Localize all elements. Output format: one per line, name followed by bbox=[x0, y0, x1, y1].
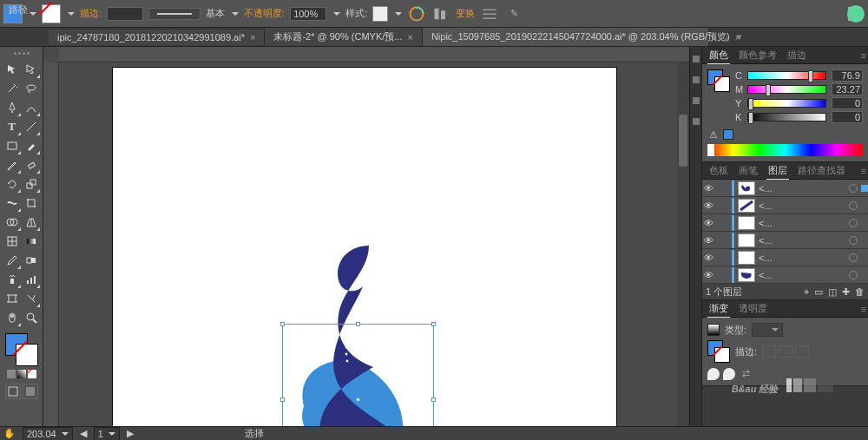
stroke-style-dd-icon[interactable] bbox=[232, 12, 239, 16]
line-tool[interactable] bbox=[23, 118, 40, 135]
graph-tool[interactable] bbox=[23, 271, 40, 288]
color-spectrum[interactable] bbox=[707, 144, 863, 156]
resize-handle[interactable] bbox=[280, 397, 285, 402]
opacity-dd-icon[interactable] bbox=[333, 12, 340, 16]
gradient-color-icon[interactable] bbox=[17, 370, 26, 378]
layer-row[interactable]: 👁 <... bbox=[702, 266, 868, 284]
layer-thumbnail[interactable] bbox=[738, 251, 755, 265]
yellow-value[interactable]: 0 bbox=[832, 97, 863, 109]
visibility-toggle-icon[interactable]: 👁 bbox=[702, 183, 714, 194]
align-icon[interactable] bbox=[431, 4, 450, 23]
layers-tab[interactable]: 图层 bbox=[766, 162, 789, 180]
stroke-dropdown-icon[interactable] bbox=[68, 12, 75, 16]
target-icon[interactable] bbox=[849, 184, 858, 193]
locate-icon[interactable]: ⌖ bbox=[804, 286, 809, 298]
target-icon[interactable] bbox=[849, 201, 858, 210]
visibility-toggle-icon[interactable]: 👁 bbox=[702, 235, 714, 246]
panel-fill-stroke[interactable] bbox=[707, 69, 730, 92]
layer-name[interactable]: <... bbox=[759, 183, 845, 194]
center-handle[interactable] bbox=[356, 397, 360, 402]
zoom-tool[interactable] bbox=[23, 309, 40, 326]
layer-row[interactable]: 👁 <... bbox=[702, 232, 868, 249]
black-value[interactable]: 0 bbox=[832, 111, 863, 123]
new-layer-icon[interactable]: ✚ bbox=[842, 286, 850, 298]
stroke-swatch[interactable] bbox=[42, 4, 61, 23]
layer-row[interactable]: 👁 <... bbox=[702, 180, 868, 197]
tabs-scroll-left-icon[interactable]: ‹ bbox=[709, 31, 721, 43]
black-slider[interactable] bbox=[747, 113, 826, 121]
resize-handle[interactable] bbox=[431, 322, 436, 326]
hand-status-icon[interactable]: ✋ bbox=[3, 428, 16, 439]
type-tool[interactable]: T bbox=[3, 118, 21, 135]
color-guide-tab[interactable]: 颜色参考 bbox=[737, 47, 779, 63]
rectangle-tool[interactable] bbox=[3, 137, 21, 154]
pathfinder-tab[interactable]: 路径查找器 bbox=[796, 162, 847, 179]
resize-handle[interactable] bbox=[431, 397, 436, 402]
panel-menu-icon[interactable]: ≡ bbox=[861, 166, 866, 176]
perspective-tool[interactable] bbox=[23, 213, 40, 231]
gradient-preview[interactable] bbox=[707, 324, 720, 336]
cyan-value[interactable]: 76.9 bbox=[832, 69, 863, 82]
toolbox-drag-handle[interactable] bbox=[9, 52, 35, 57]
layer-row[interactable]: 👁 <... bbox=[702, 249, 868, 266]
cyan-slider[interactable] bbox=[747, 71, 826, 80]
layer-thumbnail[interactable] bbox=[738, 233, 755, 247]
mesh-tool[interactable] bbox=[3, 233, 21, 250]
stroke-color-box[interactable] bbox=[16, 344, 38, 366]
doc-tab-3[interactable]: Nipic_15097685_20190222145047724000.ai* … bbox=[423, 28, 709, 46]
direct-selection-tool[interactable] bbox=[23, 61, 40, 78]
blend-tool[interactable] bbox=[23, 252, 40, 269]
dock-icon[interactable] bbox=[693, 118, 700, 125]
dock-icon[interactable] bbox=[693, 56, 700, 62]
fill-stroke-control[interactable] bbox=[5, 333, 38, 366]
gradient-tab[interactable]: 渐变 bbox=[707, 300, 730, 318]
stroke-weight-input[interactable] bbox=[107, 7, 143, 21]
color-tab[interactable]: 颜色 bbox=[707, 47, 730, 64]
paintbrush-tool[interactable] bbox=[23, 137, 40, 154]
magic-wand-tool[interactable] bbox=[3, 80, 21, 97]
fill-dropdown-icon[interactable] bbox=[30, 12, 36, 16]
make-clip-icon[interactable]: ▭ bbox=[814, 286, 823, 298]
dock-icon[interactable] bbox=[693, 76, 700, 83]
layer-name[interactable]: <... bbox=[759, 270, 845, 280]
recolor-icon[interactable] bbox=[407, 4, 426, 23]
pen-tool[interactable] bbox=[3, 99, 21, 116]
new-sublayer-icon[interactable]: ◫ bbox=[828, 286, 837, 298]
resize-handle[interactable] bbox=[280, 322, 285, 326]
close-icon[interactable]: × bbox=[407, 32, 412, 43]
lasso-tool[interactable] bbox=[23, 80, 40, 97]
artboard-next-icon[interactable]: ▶ bbox=[127, 428, 134, 439]
yellow-slider[interactable] bbox=[747, 99, 826, 108]
target-icon[interactable] bbox=[849, 236, 858, 245]
stroke-along-icon[interactable] bbox=[779, 345, 792, 358]
layer-thumbnail[interactable] bbox=[738, 216, 755, 230]
eraser-tool[interactable] bbox=[23, 156, 40, 174]
tabs-menu-icon[interactable]: ▾ bbox=[733, 31, 746, 43]
layer-row[interactable]: 👁 <... bbox=[702, 214, 868, 232]
vertical-ruler[interactable] bbox=[43, 62, 59, 426]
stroke-tab[interactable]: 描边 bbox=[786, 47, 808, 63]
width-tool[interactable] bbox=[3, 194, 21, 212]
horizontal-ruler[interactable] bbox=[59, 47, 689, 62]
artboard-prev-icon[interactable]: ◀ bbox=[80, 428, 87, 439]
eyedropper-tool[interactable] bbox=[3, 252, 21, 269]
normal-mode-icon[interactable] bbox=[5, 384, 21, 399]
gradient-fill-stroke[interactable] bbox=[707, 340, 730, 363]
transform-label[interactable]: 变换 bbox=[456, 7, 475, 20]
artboard[interactable] bbox=[113, 68, 616, 426]
gradient-stop-1[interactable] bbox=[707, 368, 720, 380]
none-color-icon[interactable] bbox=[28, 370, 36, 378]
pencil-tool[interactable] bbox=[3, 156, 21, 174]
out-of-gamut-icon[interactable]: ⚠ bbox=[707, 128, 720, 141]
visibility-toggle-icon[interactable]: 👁 bbox=[702, 218, 714, 228]
selection-tool[interactable] bbox=[3, 61, 21, 78]
visibility-toggle-icon[interactable]: 👁 bbox=[702, 200, 714, 211]
user-avatar[interactable] bbox=[847, 5, 865, 23]
target-icon[interactable] bbox=[849, 219, 858, 227]
magenta-value[interactable]: 23.27 bbox=[832, 83, 863, 95]
magenta-slider[interactable] bbox=[747, 85, 826, 94]
curvature-tool[interactable] bbox=[23, 99, 40, 116]
layer-row[interactable]: 👁 <... bbox=[702, 197, 868, 214]
shape-builder-tool[interactable] bbox=[3, 213, 21, 231]
tabs-scroll-right-icon[interactable]: › bbox=[721, 31, 733, 43]
